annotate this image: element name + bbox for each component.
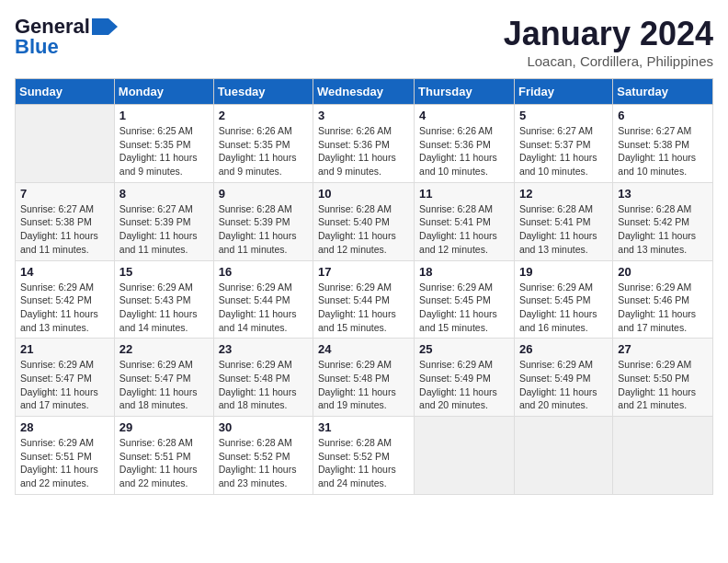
sunrise-text: Sunrise: 6:28 AM <box>618 203 691 214</box>
calendar-cell: 19Sunrise: 6:29 AMSunset: 5:45 PMDayligh… <box>514 260 612 339</box>
header-thursday: Thursday <box>415 79 515 105</box>
sunset-text: Sunset: 5:36 PM <box>419 139 491 150</box>
sunrise-text: Sunrise: 6:28 AM <box>219 437 292 448</box>
week-row-5: 28Sunrise: 6:29 AMSunset: 5:51 PMDayligh… <box>16 417 713 495</box>
sunset-text: Sunset: 5:48 PM <box>318 373 390 384</box>
calendar-cell: 7Sunrise: 6:27 AMSunset: 5:38 PMDaylight… <box>16 182 115 260</box>
calendar-cell: 15Sunrise: 6:29 AMSunset: 5:43 PMDayligh… <box>114 260 213 339</box>
sunset-text: Sunset: 5:42 PM <box>20 294 92 305</box>
cell-info: Sunrise: 6:25 AMSunset: 5:35 PMDaylight:… <box>119 124 209 178</box>
day-number: 21 <box>20 342 109 356</box>
svg-marker-0 <box>92 18 118 35</box>
daylight-text: Daylight: 11 hours and 19 minutes. <box>318 386 396 411</box>
sunset-text: Sunset: 5:50 PM <box>618 373 689 384</box>
cell-info: Sunrise: 6:29 AMSunset: 5:43 PMDaylight:… <box>119 281 209 335</box>
sunset-text: Sunset: 5:40 PM <box>318 216 390 227</box>
cell-info: Sunrise: 6:27 AMSunset: 5:37 PMDaylight:… <box>519 124 608 178</box>
calendar-cell <box>514 417 612 495</box>
cell-info: Sunrise: 6:28 AMSunset: 5:41 PMDaylight:… <box>519 202 608 257</box>
sunrise-text: Sunrise: 6:28 AM <box>318 437 392 448</box>
sunrise-text: Sunrise: 6:29 AM <box>20 359 94 370</box>
day-number: 30 <box>219 420 308 434</box>
day-number: 2 <box>219 109 308 122</box>
sunrise-text: Sunrise: 6:28 AM <box>318 203 392 214</box>
week-row-1: 1Sunrise: 6:25 AMSunset: 5:35 PMDaylight… <box>16 105 713 183</box>
calendar-cell: 18Sunrise: 6:29 AMSunset: 5:45 PMDayligh… <box>415 260 515 339</box>
calendar-cell: 22Sunrise: 6:29 AMSunset: 5:47 PMDayligh… <box>114 339 213 417</box>
sunset-text: Sunset: 5:46 PM <box>618 294 689 305</box>
day-number: 27 <box>618 342 708 356</box>
calendar-cell: 2Sunrise: 6:26 AMSunset: 5:35 PMDaylight… <box>213 105 313 183</box>
sunrise-text: Sunrise: 6:29 AM <box>519 359 593 370</box>
daylight-text: Daylight: 11 hours and 22 minutes. <box>119 464 198 488</box>
cell-info: Sunrise: 6:29 AMSunset: 5:42 PMDaylight:… <box>20 281 109 335</box>
calendar-cell <box>16 105 115 183</box>
day-number: 28 <box>20 420 109 434</box>
daylight-text: Daylight: 11 hours and 11 minutes. <box>20 230 98 255</box>
sunset-text: Sunset: 5:51 PM <box>119 451 191 462</box>
calendar-cell: 27Sunrise: 6:29 AMSunset: 5:50 PMDayligh… <box>613 339 713 417</box>
cell-info: Sunrise: 6:29 AMSunset: 5:45 PMDaylight:… <box>519 281 608 335</box>
sunset-text: Sunset: 5:38 PM <box>618 139 689 150</box>
sunrise-text: Sunrise: 6:29 AM <box>20 282 94 293</box>
calendar-cell: 6Sunrise: 6:27 AMSunset: 5:38 PMDaylight… <box>613 105 713 183</box>
sunset-text: Sunset: 5:47 PM <box>20 373 92 384</box>
day-number: 19 <box>519 265 608 279</box>
day-number: 26 <box>519 342 608 356</box>
daylight-text: Daylight: 11 hours and 10 minutes. <box>519 152 597 177</box>
daylight-text: Daylight: 11 hours and 15 minutes. <box>318 308 396 333</box>
day-number: 7 <box>20 187 109 201</box>
cell-info: Sunrise: 6:29 AMSunset: 5:49 PMDaylight:… <box>519 358 608 412</box>
calendar-cell: 21Sunrise: 6:29 AMSunset: 5:47 PMDayligh… <box>16 339 115 417</box>
cell-info: Sunrise: 6:29 AMSunset: 5:44 PMDaylight:… <box>219 281 308 335</box>
daylight-text: Daylight: 11 hours and 12 minutes. <box>419 230 497 255</box>
day-number: 5 <box>519 109 608 122</box>
calendar-cell: 4Sunrise: 6:26 AMSunset: 5:36 PMDaylight… <box>415 105 515 183</box>
sunset-text: Sunset: 5:41 PM <box>519 216 591 227</box>
header-friday: Friday <box>514 79 612 105</box>
daylight-text: Daylight: 11 hours and 9 minutes. <box>318 152 396 177</box>
sunset-text: Sunset: 5:51 PM <box>20 451 92 462</box>
day-number: 9 <box>219 187 308 201</box>
calendar-cell: 5Sunrise: 6:27 AMSunset: 5:37 PMDaylight… <box>514 105 612 183</box>
calendar-cell: 1Sunrise: 6:25 AMSunset: 5:35 PMDaylight… <box>114 105 213 183</box>
sunrise-text: Sunrise: 6:28 AM <box>219 203 292 214</box>
cell-info: Sunrise: 6:27 AMSunset: 5:38 PMDaylight:… <box>618 124 708 178</box>
sunrise-text: Sunrise: 6:29 AM <box>618 282 691 293</box>
cell-info: Sunrise: 6:28 AMSunset: 5:51 PMDaylight:… <box>119 436 209 490</box>
cell-info: Sunrise: 6:29 AMSunset: 5:50 PMDaylight:… <box>618 358 708 412</box>
logo-icon <box>92 18 118 35</box>
day-number: 14 <box>20 265 109 279</box>
daylight-text: Daylight: 11 hours and 10 minutes. <box>618 152 696 177</box>
page-header: General Blue January 2024 Loacan, Cordil… <box>15 15 713 69</box>
cell-info: Sunrise: 6:26 AMSunset: 5:35 PMDaylight:… <box>219 124 308 178</box>
calendar-cell <box>415 417 515 495</box>
sunrise-text: Sunrise: 6:29 AM <box>318 359 392 370</box>
daylight-text: Daylight: 11 hours and 9 minutes. <box>119 152 198 177</box>
sunset-text: Sunset: 5:35 PM <box>119 139 191 150</box>
day-number: 10 <box>318 187 409 201</box>
cell-info: Sunrise: 6:27 AMSunset: 5:38 PMDaylight:… <box>20 202 109 257</box>
sunrise-text: Sunrise: 6:25 AM <box>119 125 193 136</box>
day-number: 8 <box>119 187 209 201</box>
sunset-text: Sunset: 5:49 PM <box>419 373 491 384</box>
sunset-text: Sunset: 5:39 PM <box>119 216 191 227</box>
sunrise-text: Sunrise: 6:29 AM <box>119 282 193 293</box>
calendar-cell: 20Sunrise: 6:29 AMSunset: 5:46 PMDayligh… <box>613 260 713 339</box>
daylight-text: Daylight: 11 hours and 9 minutes. <box>219 152 297 177</box>
calendar-cell: 12Sunrise: 6:28 AMSunset: 5:41 PMDayligh… <box>514 182 612 260</box>
daylight-text: Daylight: 11 hours and 12 minutes. <box>318 230 396 255</box>
day-number: 31 <box>318 420 409 434</box>
day-number: 29 <box>119 420 209 434</box>
sunrise-text: Sunrise: 6:27 AM <box>519 125 593 136</box>
cell-info: Sunrise: 6:29 AMSunset: 5:47 PMDaylight:… <box>20 358 109 412</box>
day-number: 13 <box>618 187 708 201</box>
sunset-text: Sunset: 5:43 PM <box>119 294 191 305</box>
cell-info: Sunrise: 6:29 AMSunset: 5:51 PMDaylight:… <box>20 436 109 490</box>
calendar-cell: 30Sunrise: 6:28 AMSunset: 5:52 PMDayligh… <box>213 417 313 495</box>
calendar-table: SundayMondayTuesdayWednesdayThursdayFrid… <box>15 78 713 495</box>
day-number: 24 <box>318 342 409 356</box>
daylight-text: Daylight: 11 hours and 18 minutes. <box>119 386 198 411</box>
calendar-cell: 11Sunrise: 6:28 AMSunset: 5:41 PMDayligh… <box>415 182 515 260</box>
cell-info: Sunrise: 6:26 AMSunset: 5:36 PMDaylight:… <box>318 124 409 178</box>
